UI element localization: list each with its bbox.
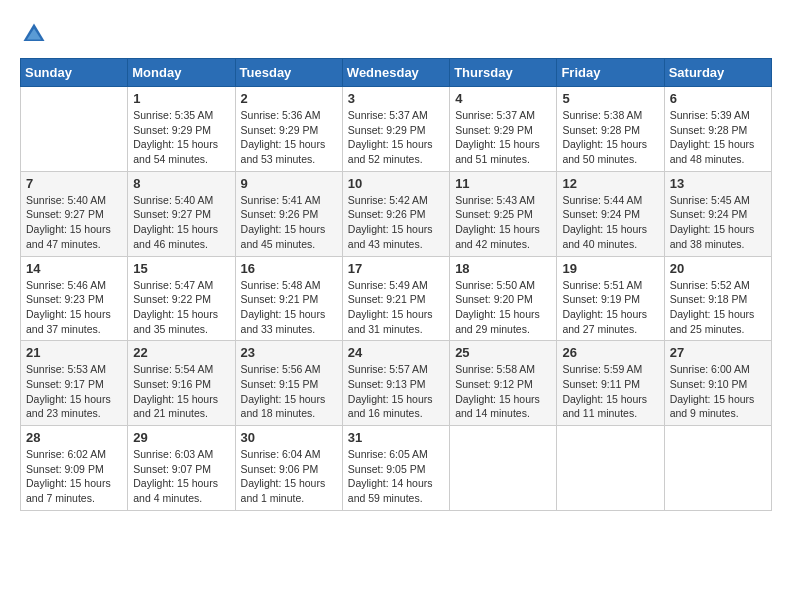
day-info: Sunrise: 5:40 AM Sunset: 9:27 PM Dayligh… <box>26 193 122 252</box>
day-number: 15 <box>133 261 229 276</box>
day-number: 23 <box>241 345 337 360</box>
day-info: Sunrise: 5:50 AM Sunset: 9:20 PM Dayligh… <box>455 278 551 337</box>
calendar-cell <box>664 426 771 511</box>
day-info: Sunrise: 6:03 AM Sunset: 9:07 PM Dayligh… <box>133 447 229 506</box>
day-number: 27 <box>670 345 766 360</box>
day-number: 5 <box>562 91 658 106</box>
calendar-week-2: 7Sunrise: 5:40 AM Sunset: 9:27 PM Daylig… <box>21 171 772 256</box>
calendar-cell: 26Sunrise: 5:59 AM Sunset: 9:11 PM Dayli… <box>557 341 664 426</box>
calendar-cell: 1Sunrise: 5:35 AM Sunset: 9:29 PM Daylig… <box>128 87 235 172</box>
weekday-header-monday: Monday <box>128 59 235 87</box>
calendar-cell: 10Sunrise: 5:42 AM Sunset: 9:26 PM Dayli… <box>342 171 449 256</box>
calendar-cell: 24Sunrise: 5:57 AM Sunset: 9:13 PM Dayli… <box>342 341 449 426</box>
calendar-cell: 14Sunrise: 5:46 AM Sunset: 9:23 PM Dayli… <box>21 256 128 341</box>
day-number: 16 <box>241 261 337 276</box>
calendar-table: SundayMondayTuesdayWednesdayThursdayFrid… <box>20 58 772 511</box>
day-number: 9 <box>241 176 337 191</box>
day-info: Sunrise: 5:37 AM Sunset: 9:29 PM Dayligh… <box>348 108 444 167</box>
day-number: 10 <box>348 176 444 191</box>
calendar-cell: 20Sunrise: 5:52 AM Sunset: 9:18 PM Dayli… <box>664 256 771 341</box>
calendar-cell: 4Sunrise: 5:37 AM Sunset: 9:29 PM Daylig… <box>450 87 557 172</box>
day-info: Sunrise: 6:02 AM Sunset: 9:09 PM Dayligh… <box>26 447 122 506</box>
day-number: 24 <box>348 345 444 360</box>
day-number: 4 <box>455 91 551 106</box>
day-info: Sunrise: 5:56 AM Sunset: 9:15 PM Dayligh… <box>241 362 337 421</box>
day-info: Sunrise: 5:39 AM Sunset: 9:28 PM Dayligh… <box>670 108 766 167</box>
day-info: Sunrise: 5:49 AM Sunset: 9:21 PM Dayligh… <box>348 278 444 337</box>
calendar-cell: 5Sunrise: 5:38 AM Sunset: 9:28 PM Daylig… <box>557 87 664 172</box>
day-number: 2 <box>241 91 337 106</box>
day-info: Sunrise: 5:53 AM Sunset: 9:17 PM Dayligh… <box>26 362 122 421</box>
calendar-cell: 17Sunrise: 5:49 AM Sunset: 9:21 PM Dayli… <box>342 256 449 341</box>
header <box>20 20 772 48</box>
day-info: Sunrise: 5:44 AM Sunset: 9:24 PM Dayligh… <box>562 193 658 252</box>
day-info: Sunrise: 5:35 AM Sunset: 9:29 PM Dayligh… <box>133 108 229 167</box>
calendar-cell: 31Sunrise: 6:05 AM Sunset: 9:05 PM Dayli… <box>342 426 449 511</box>
calendar-cell <box>21 87 128 172</box>
calendar-cell: 11Sunrise: 5:43 AM Sunset: 9:25 PM Dayli… <box>450 171 557 256</box>
day-info: Sunrise: 5:37 AM Sunset: 9:29 PM Dayligh… <box>455 108 551 167</box>
day-info: Sunrise: 5:59 AM Sunset: 9:11 PM Dayligh… <box>562 362 658 421</box>
day-number: 30 <box>241 430 337 445</box>
day-number: 6 <box>670 91 766 106</box>
day-info: Sunrise: 5:57 AM Sunset: 9:13 PM Dayligh… <box>348 362 444 421</box>
day-info: Sunrise: 5:47 AM Sunset: 9:22 PM Dayligh… <box>133 278 229 337</box>
day-number: 31 <box>348 430 444 445</box>
weekday-header-sunday: Sunday <box>21 59 128 87</box>
calendar-cell: 21Sunrise: 5:53 AM Sunset: 9:17 PM Dayli… <box>21 341 128 426</box>
day-info: Sunrise: 5:48 AM Sunset: 9:21 PM Dayligh… <box>241 278 337 337</box>
calendar-header-row: SundayMondayTuesdayWednesdayThursdayFrid… <box>21 59 772 87</box>
calendar-cell: 12Sunrise: 5:44 AM Sunset: 9:24 PM Dayli… <box>557 171 664 256</box>
day-number: 26 <box>562 345 658 360</box>
calendar-cell: 7Sunrise: 5:40 AM Sunset: 9:27 PM Daylig… <box>21 171 128 256</box>
day-number: 29 <box>133 430 229 445</box>
day-number: 8 <box>133 176 229 191</box>
day-info: Sunrise: 5:58 AM Sunset: 9:12 PM Dayligh… <box>455 362 551 421</box>
day-number: 7 <box>26 176 122 191</box>
day-number: 11 <box>455 176 551 191</box>
day-info: Sunrise: 5:43 AM Sunset: 9:25 PM Dayligh… <box>455 193 551 252</box>
day-info: Sunrise: 5:51 AM Sunset: 9:19 PM Dayligh… <box>562 278 658 337</box>
calendar-cell: 16Sunrise: 5:48 AM Sunset: 9:21 PM Dayli… <box>235 256 342 341</box>
day-number: 19 <box>562 261 658 276</box>
calendar-cell: 29Sunrise: 6:03 AM Sunset: 9:07 PM Dayli… <box>128 426 235 511</box>
calendar-cell <box>450 426 557 511</box>
calendar-week-4: 21Sunrise: 5:53 AM Sunset: 9:17 PM Dayli… <box>21 341 772 426</box>
day-info: Sunrise: 5:38 AM Sunset: 9:28 PM Dayligh… <box>562 108 658 167</box>
calendar-week-5: 28Sunrise: 6:02 AM Sunset: 9:09 PM Dayli… <box>21 426 772 511</box>
calendar-cell: 3Sunrise: 5:37 AM Sunset: 9:29 PM Daylig… <box>342 87 449 172</box>
calendar-cell: 15Sunrise: 5:47 AM Sunset: 9:22 PM Dayli… <box>128 256 235 341</box>
day-info: Sunrise: 5:36 AM Sunset: 9:29 PM Dayligh… <box>241 108 337 167</box>
day-number: 17 <box>348 261 444 276</box>
logo <box>20 20 52 48</box>
day-number: 3 <box>348 91 444 106</box>
day-number: 13 <box>670 176 766 191</box>
calendar-cell: 28Sunrise: 6:02 AM Sunset: 9:09 PM Dayli… <box>21 426 128 511</box>
weekday-header-thursday: Thursday <box>450 59 557 87</box>
calendar-cell: 30Sunrise: 6:04 AM Sunset: 9:06 PM Dayli… <box>235 426 342 511</box>
day-number: 25 <box>455 345 551 360</box>
day-number: 21 <box>26 345 122 360</box>
day-info: Sunrise: 6:05 AM Sunset: 9:05 PM Dayligh… <box>348 447 444 506</box>
calendar-cell: 2Sunrise: 5:36 AM Sunset: 9:29 PM Daylig… <box>235 87 342 172</box>
day-info: Sunrise: 5:54 AM Sunset: 9:16 PM Dayligh… <box>133 362 229 421</box>
day-info: Sunrise: 6:04 AM Sunset: 9:06 PM Dayligh… <box>241 447 337 506</box>
day-number: 12 <box>562 176 658 191</box>
day-info: Sunrise: 5:52 AM Sunset: 9:18 PM Dayligh… <box>670 278 766 337</box>
day-number: 14 <box>26 261 122 276</box>
calendar-cell <box>557 426 664 511</box>
calendar-cell: 23Sunrise: 5:56 AM Sunset: 9:15 PM Dayli… <box>235 341 342 426</box>
day-info: Sunrise: 5:42 AM Sunset: 9:26 PM Dayligh… <box>348 193 444 252</box>
day-info: Sunrise: 5:45 AM Sunset: 9:24 PM Dayligh… <box>670 193 766 252</box>
day-info: Sunrise: 5:40 AM Sunset: 9:27 PM Dayligh… <box>133 193 229 252</box>
day-info: Sunrise: 6:00 AM Sunset: 9:10 PM Dayligh… <box>670 362 766 421</box>
day-number: 1 <box>133 91 229 106</box>
calendar-cell: 22Sunrise: 5:54 AM Sunset: 9:16 PM Dayli… <box>128 341 235 426</box>
calendar-cell: 18Sunrise: 5:50 AM Sunset: 9:20 PM Dayli… <box>450 256 557 341</box>
weekday-header-tuesday: Tuesday <box>235 59 342 87</box>
day-number: 18 <box>455 261 551 276</box>
calendar-cell: 6Sunrise: 5:39 AM Sunset: 9:28 PM Daylig… <box>664 87 771 172</box>
day-info: Sunrise: 5:41 AM Sunset: 9:26 PM Dayligh… <box>241 193 337 252</box>
calendar-cell: 19Sunrise: 5:51 AM Sunset: 9:19 PM Dayli… <box>557 256 664 341</box>
day-number: 28 <box>26 430 122 445</box>
